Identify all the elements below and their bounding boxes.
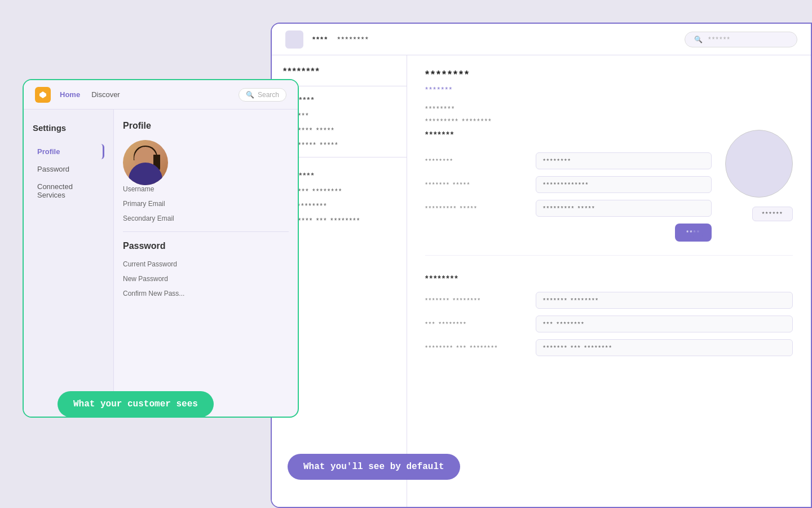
profile-form-title: *******	[425, 130, 712, 139]
search-placeholder: Search	[258, 91, 279, 99]
search-icon: 🔍	[246, 91, 254, 99]
svg-marker-0	[39, 91, 46, 98]
label-1: ******* *****	[425, 181, 527, 188]
right-panel: **** ******** 🔍 ****** ******** ********…	[271, 23, 812, 508]
nav-discover[interactable]: Discover	[91, 90, 120, 99]
main-text2: ********* ********	[425, 117, 793, 125]
form-row-2: ********* ***** ********* *****	[425, 200, 712, 217]
label-0: ********	[425, 157, 527, 164]
right-topbar: **** ******** 🔍 ******	[272, 24, 811, 55]
profile-left: ******* ******** ******** ******* ***** …	[425, 130, 712, 242]
social-input-1[interactable]: *** ********	[536, 316, 793, 332]
customer-label: What your customer sees	[58, 391, 214, 417]
right-search-placeholder: ******	[708, 36, 731, 43]
right-search-icon: 🔍	[694, 36, 704, 43]
social-row-1: *** ******** *** ********	[425, 316, 793, 332]
social-label-2: ******** *** ********	[425, 344, 527, 351]
field-new-password: New Password	[123, 275, 289, 283]
field-secondary-email: Secondary Email	[123, 214, 289, 222]
topbar-text2: ********	[337, 35, 369, 43]
left-settings-sidebar: Settings Profile Password Connected Serv…	[24, 110, 114, 417]
nav-search[interactable]: 🔍 Search	[239, 88, 286, 102]
field-username: Username	[123, 185, 289, 193]
social-header: ********	[425, 274, 793, 283]
social-label-0: ******* ********	[425, 297, 527, 304]
profile-section-title: Profile	[123, 121, 289, 131]
section-divider	[123, 231, 289, 232]
right-main-content: ******** ******* ******** ********* ****…	[407, 55, 811, 507]
nav-links: Home Discover	[60, 90, 120, 99]
topbar-text1: ****	[312, 35, 328, 43]
social-row-0: ******* ******** ******* ********	[425, 292, 793, 309]
main-subheader: *******	[425, 85, 793, 94]
left-content-area: Profile Username Primary Email Secondary…	[114, 110, 298, 417]
profile-badge: ******	[752, 207, 793, 221]
right-search[interactable]: 🔍 ******	[685, 32, 797, 47]
password-section-title: Password	[123, 241, 289, 251]
social-input-2[interactable]: ******* *** ********	[536, 339, 793, 356]
profile-section: ******* ******** ******** ******* ***** …	[425, 130, 793, 256]
main-text1: ********	[425, 105, 793, 113]
sidebar-item-connected[interactable]: Connected Services	[33, 179, 104, 203]
input-2[interactable]: ********* *****	[536, 200, 712, 217]
input-0[interactable]: ********	[536, 152, 712, 169]
profile-avatar	[725, 130, 793, 198]
social-row-2: ******** *** ******** ******* *** ******…	[425, 339, 793, 356]
form-row-1: ******* ***** *************	[425, 176, 712, 193]
field-current-password: Current Password	[123, 260, 289, 268]
label-2: ********* *****	[425, 205, 527, 212]
default-label: What you'll see by default	[288, 454, 460, 480]
left-nav: Home Discover 🔍 Search	[24, 80, 298, 110]
cursor-indicator	[692, 229, 703, 239]
profile-right: ******	[725, 130, 793, 242]
input-1[interactable]: *************	[536, 176, 712, 193]
settings-title: Settings	[33, 123, 104, 133]
social-section: ******** ******* ******** ******* ******…	[425, 274, 793, 356]
field-confirm-password: Confirm New Pass...	[123, 290, 289, 297]
field-primary-email: Primary Email	[123, 200, 289, 208]
left-panel: Home Discover 🔍 Search Settings Profile …	[23, 79, 299, 418]
sidebar-item-profile[interactable]: Profile	[33, 144, 104, 159]
social-input-0[interactable]: ******* ********	[536, 292, 793, 309]
social-label-1: *** ********	[425, 321, 527, 327]
right-logo	[285, 30, 303, 49]
nav-home[interactable]: Home	[60, 90, 80, 99]
nav-logo	[35, 87, 51, 103]
left-body: Settings Profile Password Connected Serv…	[24, 110, 298, 417]
sidebar-item-password[interactable]: Password	[33, 161, 104, 177]
form-row-0: ******** ********	[425, 152, 712, 169]
right-content: ******** ******** ******* ******** *****…	[272, 55, 811, 507]
main-header: ********	[425, 69, 793, 81]
avatar	[123, 140, 168, 185]
